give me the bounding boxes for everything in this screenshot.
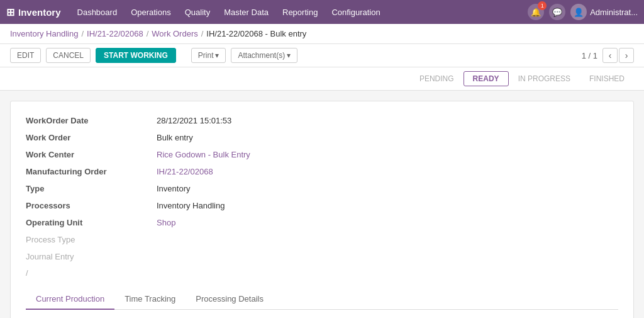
form-divider-value <box>157 267 618 279</box>
notification-badge: 1 <box>538 1 547 10</box>
prev-button[interactable]: ‹ <box>602 48 618 63</box>
label-operating-unit: Operating Unit <box>26 216 152 229</box>
sep1: / <box>81 29 84 38</box>
print-label: Print <box>198 51 214 60</box>
app-title: Inventory <box>18 7 61 18</box>
topnav-right: 🔔 1 💬 👤 Administrat... <box>528 4 638 20</box>
sep3: / <box>201 29 204 38</box>
status-pending[interactable]: PENDING <box>410 71 464 86</box>
value-work-center[interactable]: Rice Godown - Bulk Entry <box>157 148 618 161</box>
breadcrumb-ih-ref[interactable]: IH/21-22/02068 <box>87 29 143 38</box>
print-chevron-icon: ▾ <box>215 51 219 60</box>
avatar: 👤 <box>570 4 587 20</box>
user-menu[interactable]: 👤 Administrat... <box>570 4 638 20</box>
app-logo[interactable]: ⊞ Inventory <box>6 6 61 18</box>
attachments-label: Attachment(s) <box>238 51 285 60</box>
chat-icon[interactable]: 💬 <box>549 4 565 20</box>
value-operating-unit[interactable]: Shop <box>157 216 618 229</box>
value-journal-entry <box>157 250 618 263</box>
value-work-order: Bulk entry <box>157 131 618 144</box>
notification-icon[interactable]: 🔔 1 <box>528 4 544 20</box>
nav-master-data[interactable]: Master Data <box>218 3 275 22</box>
attachments-button[interactable]: Attachment(s) ▾ <box>231 48 297 63</box>
value-type: Inventory <box>157 182 618 195</box>
label-journal-entry: Journal Entry <box>26 250 152 263</box>
label-process-type: Process Type <box>26 233 152 246</box>
main-content: WorkOrder Date 28/12/2021 15:01:53 Work … <box>0 91 644 318</box>
value-processors: Inventory Handling <box>157 199 618 212</box>
pagination-text: 1 / 1 <box>582 51 597 60</box>
label-work-center: Work Center <box>26 148 152 161</box>
next-button[interactable]: › <box>619 48 634 63</box>
tab-current-production[interactable]: Current Production <box>26 289 114 310</box>
label-mfg-order: Manufacturing Order <box>26 165 152 178</box>
label-processors: Processors <box>26 199 152 212</box>
breadcrumb-work-orders[interactable]: Work Orders <box>152 29 197 38</box>
tab-processing-details[interactable]: Processing Details <box>186 289 274 310</box>
nav-configuration[interactable]: Configuration <box>325 3 386 22</box>
nav-dashboard[interactable]: Dashboard <box>71 3 124 22</box>
top-navigation: ⊞ Inventory Dashboard Operations Quality… <box>0 0 644 24</box>
print-button[interactable]: Print ▾ <box>191 48 226 63</box>
user-label: Administrat... <box>590 8 638 17</box>
label-work-order: Work Order <box>26 131 152 144</box>
label-workorder-date: WorkOrder Date <box>26 114 152 127</box>
value-process-type <box>157 233 618 246</box>
form-fields: WorkOrder Date 28/12/2021 15:01:53 Work … <box>26 114 618 279</box>
breadcrumb: Inventory Handling / IH/21-22/02068 / Wo… <box>0 24 644 44</box>
nav-reporting[interactable]: Reporting <box>276 3 324 22</box>
main-menu: Dashboard Operations Quality Master Data… <box>71 3 525 22</box>
tab-time-tracking[interactable]: Time Tracking <box>114 289 186 310</box>
status-bar: PENDING READY IN PROGRESS FINISHED <box>0 67 644 91</box>
form-card: WorkOrder Date 28/12/2021 15:01:53 Work … <box>10 101 634 318</box>
sep2: / <box>147 29 149 38</box>
status-finished[interactable]: FINISHED <box>580 71 634 86</box>
action-bar: EDIT CANCEL START WORKING Print ▾ Attach… <box>0 44 644 67</box>
grid-icon: ⊞ <box>6 6 14 18</box>
status-ready[interactable]: READY <box>464 71 509 86</box>
breadcrumb-inv-handling[interactable]: Inventory Handling <box>10 29 78 38</box>
tabs: Current Production Time Tracking Process… <box>26 289 618 310</box>
value-mfg-order[interactable]: IH/21-22/02068 <box>157 165 618 178</box>
nav-quality[interactable]: Quality <box>179 3 216 22</box>
nav-arrows: ‹ › <box>602 48 634 63</box>
form-divider: / <box>26 267 152 279</box>
cancel-button[interactable]: CANCEL <box>46 48 91 63</box>
edit-button[interactable]: EDIT <box>10 48 41 63</box>
value-workorder-date: 28/12/2021 15:01:53 <box>157 114 618 127</box>
start-working-button[interactable]: START WORKING <box>96 48 176 63</box>
nav-operations[interactable]: Operations <box>125 3 177 22</box>
breadcrumb-current: IH/21-22/02068 - Bulk entry <box>206 29 306 38</box>
label-type: Type <box>26 182 152 195</box>
status-in-progress[interactable]: IN PROGRESS <box>509 71 580 86</box>
attach-chevron-icon: ▾ <box>287 51 291 60</box>
pagination-area: 1 / 1 ‹ › <box>582 48 634 63</box>
